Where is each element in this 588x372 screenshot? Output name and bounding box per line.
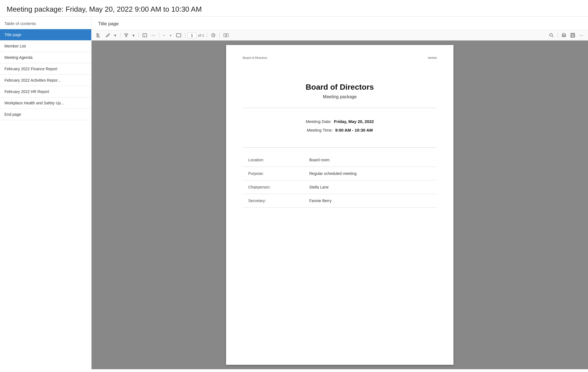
outline-toggle-button[interactable] — [95, 32, 103, 38]
table-row: Location:Board room — [243, 153, 437, 167]
toc-heading: Table of contents — [0, 21, 91, 29]
print-button[interactable] — [560, 32, 568, 39]
compare-button[interactable] — [222, 32, 230, 38]
table-row: Purpose:Regular scheduled meeting — [243, 167, 437, 180]
more-button[interactable]: ⋯ — [150, 32, 157, 39]
pdf-header-left: Board of Directors — [243, 56, 267, 59]
fit-button[interactable] — [174, 32, 183, 38]
text-mode-button[interactable]: T — [141, 32, 149, 38]
pdf-toolbar: ▾ ▾ T ⋯ − + — [92, 30, 588, 41]
pdf-main-title: Board of Directors — [243, 83, 437, 92]
content-area: Title page ▾ — [92, 17, 588, 369]
svg-rect-0 — [97, 33, 98, 34]
annotation-chevron[interactable]: ▾ — [113, 32, 118, 39]
pdf-viewer: Board of Directors rtertert Board of Dir… — [92, 41, 588, 369]
svg-rect-6 — [176, 34, 181, 37]
separator-5 — [207, 32, 207, 38]
svg-rect-1 — [97, 34, 99, 35]
pdf-divider-top — [243, 108, 437, 108]
search-button[interactable] — [548, 32, 555, 39]
pdf-divider-bottom — [243, 147, 437, 148]
sidebar-item-activities-report[interactable]: February 2022 Activities Repor... — [0, 75, 91, 86]
separator-1 — [120, 32, 120, 38]
filter-button[interactable] — [123, 32, 130, 38]
zoom-out-button[interactable]: − — [161, 32, 167, 39]
svg-rect-3 — [97, 37, 100, 37]
sidebar-item-title-page[interactable]: Title page — [0, 29, 91, 41]
detail-value: Board room — [304, 153, 437, 167]
page-of-label: of 1 — [197, 33, 205, 37]
detail-value: Regular scheduled meeting — [304, 167, 437, 180]
svg-rect-8 — [224, 34, 226, 37]
pdf-center-block: Board of Directors Meeting package — [243, 83, 437, 99]
detail-label: Purpose: — [243, 167, 304, 180]
detail-value: Stella Lane — [304, 180, 437, 194]
history-button[interactable] — [209, 32, 217, 39]
svg-rect-17 — [571, 36, 574, 37]
pdf-header-row: Board of Directors rtertert — [243, 56, 437, 66]
sidebar-item-hr-report[interactable]: February 2022 HR Report — [0, 86, 91, 97]
separator-6 — [219, 32, 220, 38]
separator-3 — [159, 32, 159, 38]
pdf-page: Board of Directors rtertert Board of Dir… — [226, 45, 453, 365]
zoom-in-button[interactable]: + — [168, 32, 174, 39]
table-row: Chairperson:Stella Lane — [243, 180, 437, 194]
meeting-date-line: Meeting Date: Friday, May 20, 2022 — [243, 119, 437, 124]
sidebar-item-member-list[interactable]: Member List — [0, 41, 91, 52]
sidebar-item-end-page[interactable]: End page — [0, 109, 91, 120]
separator-4 — [185, 32, 185, 38]
main-layout: Table of contents Title pageMember ListM… — [0, 17, 588, 369]
svg-rect-13 — [563, 33, 565, 35]
svg-line-11 — [552, 36, 553, 37]
content-header: Title page — [92, 17, 588, 30]
pdf-meeting-info: Meeting Date: Friday, May 20, 2022 Meeti… — [243, 114, 437, 142]
svg-text:T: T — [144, 34, 145, 37]
annotation-button[interactable] — [104, 32, 111, 39]
pdf-subtitle: Meeting package — [243, 94, 437, 99]
svg-rect-2 — [97, 36, 99, 36]
separator-7 — [557, 32, 558, 38]
sidebar: Table of contents Title pageMember ListM… — [0, 17, 92, 369]
save-button[interactable] — [569, 32, 577, 39]
page-title: Meeting package: Friday, May 20, 2022 9:… — [0, 0, 588, 17]
sidebar-item-health-safety[interactable]: Workplace Health and Safety Up... — [0, 97, 91, 109]
table-row: Secretary:Fannie Berry — [243, 194, 437, 208]
overflow-menu-button[interactable]: ⋯ — [578, 32, 585, 39]
sidebar-item-meeting-agenda[interactable]: Meeting Agenda — [0, 52, 91, 63]
meeting-time-line: Meeting Time: 9:00 AM - 10:30 AM — [243, 128, 437, 132]
detail-label: Secretary: — [243, 194, 304, 208]
separator-2 — [138, 32, 139, 38]
page-number-input[interactable] — [187, 32, 196, 38]
sidebar-item-finance-report[interactable]: February 2022 Finance Report — [0, 63, 91, 75]
detail-label: Chairperson: — [243, 180, 304, 194]
detail-value: Fannie Berry — [304, 194, 437, 208]
pdf-details-table: Location:Board roomPurpose:Regular sched… — [243, 153, 437, 208]
detail-label: Location: — [243, 153, 304, 167]
pdf-header-right: rtertert — [428, 56, 437, 59]
svg-rect-9 — [226, 34, 228, 37]
filter-chevron[interactable]: ▾ — [131, 32, 136, 39]
